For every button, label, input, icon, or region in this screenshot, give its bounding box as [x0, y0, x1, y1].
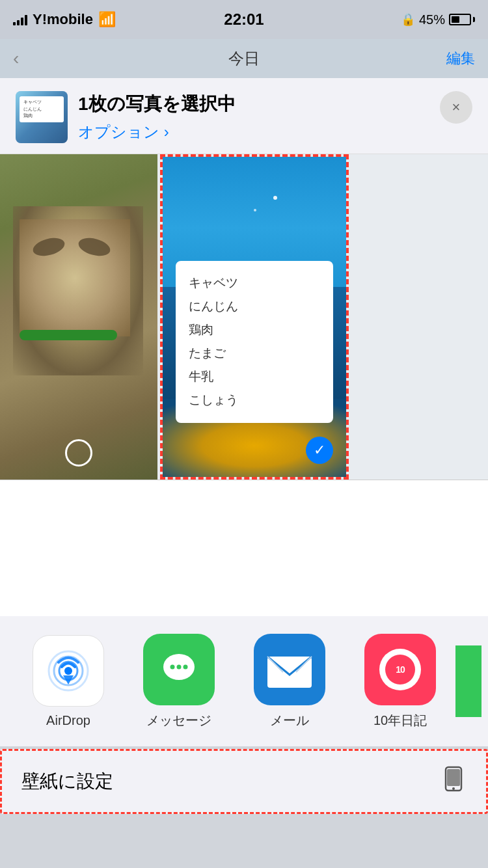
- share-thumbnail: キャベツにんじん鶏肉: [16, 91, 68, 143]
- star-2: [254, 209, 256, 211]
- mail-label: メール: [270, 712, 309, 729]
- wallpaper-label: 壁紙に設定: [21, 769, 113, 794]
- share-title: 1枚の写真を選択中: [78, 92, 236, 116]
- photo-item-cat[interactable]: [0, 154, 157, 480]
- nav-back-button[interactable]: ‹: [13, 48, 19, 69]
- phone-icon: [441, 766, 467, 798]
- 10years-icon: 10: [364, 634, 436, 705]
- airdrop-label: AirDrop: [46, 713, 90, 728]
- status-right: 🔒 45%: [401, 12, 475, 27]
- share-info: 1枚の写真を選択中 オプション ›: [78, 92, 236, 142]
- nav-edit-button[interactable]: 編集: [446, 49, 475, 68]
- messages-label: メッセージ: [146, 712, 211, 729]
- svg-point-8: [183, 664, 188, 669]
- battery-icon: [449, 14, 475, 25]
- share-close-button[interactable]: ×: [440, 91, 472, 124]
- signal-icon: [13, 14, 27, 25]
- airdrop-svg: [46, 648, 91, 694]
- lock-icon: 🔒: [401, 12, 415, 27]
- app-item-airdrop[interactable]: AirDrop: [13, 635, 124, 728]
- 10years-inner: 10: [385, 655, 415, 685]
- app-row: AirDrop メッセージ メール: [0, 616, 488, 746]
- svg-point-6: [170, 664, 175, 669]
- photo-item-ocean[interactable]: キャベツにんじん鶏肉たまご牛乳こしょう ✓: [160, 154, 349, 480]
- svg-point-4: [65, 668, 72, 675]
- messages-svg: [157, 647, 201, 692]
- action-row-wallpaper[interactable]: 壁紙に設定: [0, 749, 488, 814]
- share-options-button[interactable]: オプション ›: [78, 122, 236, 142]
- share-thumb-image: キャベツにんじん鶏肉: [16, 91, 68, 143]
- share-header-left: キャベツにんじん鶏肉 1枚の写真を選択中 オプション ›: [16, 91, 236, 143]
- app-item-10years[interactable]: 10 10年日記: [345, 634, 455, 729]
- app-item-mail[interactable]: メール: [234, 634, 345, 729]
- note-overlay: キャベツにんじん鶏肉たまご牛乳こしょう: [176, 261, 333, 423]
- mail-icon: [254, 634, 325, 705]
- selected-checkmark[interactable]: ✓: [306, 437, 333, 464]
- cat-collar: [20, 330, 117, 340]
- empty-area: [0, 480, 488, 616]
- cat-face: [20, 219, 130, 336]
- unselect-circle[interactable]: [65, 439, 92, 467]
- nav-title: 今日: [228, 48, 260, 69]
- photos-strip: キャベツにんじん鶏肉たまご牛乳こしょう ✓: [0, 154, 488, 480]
- svg-point-12: [452, 787, 455, 790]
- partial-app-icon: [455, 645, 481, 717]
- mail-svg: [266, 655, 313, 689]
- ocean-photo-bg: キャベツにんじん鶏肉たまご牛乳こしょう ✓: [163, 157, 346, 477]
- airdrop-icon: [33, 635, 104, 707]
- 10years-circle: 10: [379, 649, 421, 690]
- status-bar: Y!mobile 📶 22:01 🔒 45%: [0, 0, 488, 39]
- battery-label: 45%: [419, 12, 445, 27]
- 10years-label: 10年日記: [373, 712, 427, 729]
- app-item-partial: [455, 645, 481, 717]
- wifi-icon: 📶: [98, 11, 116, 28]
- share-header: キャベツにんじん鶏肉 1枚の写真を選択中 オプション › ×: [0, 78, 488, 154]
- svg-rect-11: [447, 769, 460, 786]
- svg-point-7: [177, 664, 182, 669]
- messages-icon: [143, 634, 215, 705]
- nav-bar: ‹ 今日 編集: [0, 39, 488, 78]
- carrier-label: Y!mobile: [33, 11, 93, 28]
- status-left: Y!mobile 📶: [13, 11, 116, 28]
- thumb-note: キャベツにんじん鶏肉: [20, 96, 64, 122]
- star-1: [273, 196, 277, 200]
- app-item-messages[interactable]: メッセージ: [124, 634, 234, 729]
- status-time: 22:01: [224, 10, 264, 29]
